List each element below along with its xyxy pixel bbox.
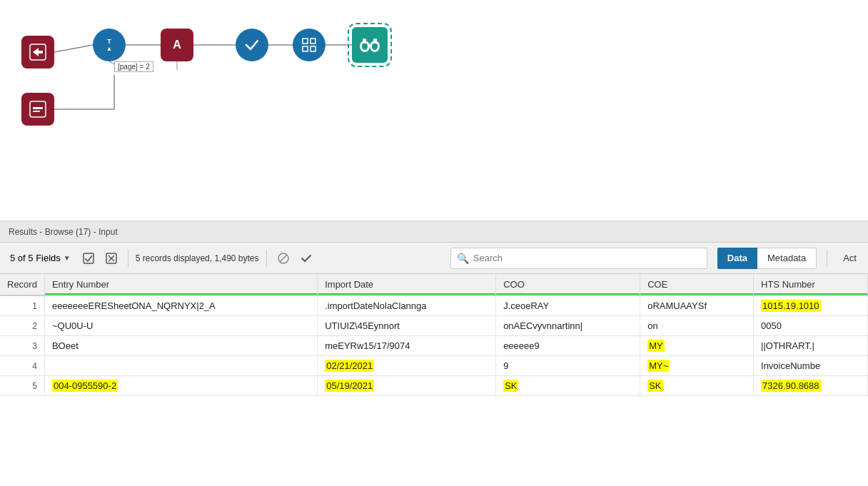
svg-rect-17 bbox=[311, 46, 316, 51]
cell-coo: J.ceoeRAY bbox=[496, 295, 640, 316]
svg-rect-27 bbox=[33, 111, 40, 112]
cell-coo: onAECvyvnnartinn| bbox=[496, 316, 640, 336]
svg-rect-16 bbox=[303, 46, 308, 51]
col-header-coe: COE bbox=[640, 274, 754, 295]
table-row: 3BOeetmeEYRw15/17/9074eeeeee9MY||OTHRART… bbox=[0, 336, 868, 356]
col-header-import-date: Import Date bbox=[318, 274, 496, 295]
svg-point-21 bbox=[362, 43, 368, 50]
cell-record: 5 bbox=[0, 376, 44, 396]
table-row: 5004-0955590-205/19/2021SKSK7326.90.8688 bbox=[0, 376, 868, 396]
table-row: 2~QU0U-UUTIUIZ\45EynnortonAECvyvnnartinn… bbox=[0, 316, 868, 336]
cell-hts-number: InvoiceNumbe bbox=[754, 356, 868, 376]
bottom-panel: Results - Browse (17) - Input 5 of 5 Fie… bbox=[0, 221, 868, 486]
cell-hts-number: 7326.90.8688 bbox=[754, 376, 868, 396]
cell-coo: 9 bbox=[496, 356, 640, 376]
svg-text:T: T bbox=[107, 38, 111, 45]
svg-text:A: A bbox=[173, 39, 181, 51]
fields-dropdown[interactable]: 5 of 5 Fields ▼ bbox=[6, 250, 75, 265]
cell-import-date: UTIUIZ\45Eynnort bbox=[318, 316, 496, 336]
record-info: 5 records displayed, 1,490 bytes bbox=[136, 253, 259, 263]
cell-hts-number: ||OTHRART.| bbox=[754, 336, 868, 356]
cell-coo: SK bbox=[496, 376, 640, 396]
cell-import-date: 05/19/2021 bbox=[318, 376, 496, 396]
chevron-down-icon: ▼ bbox=[64, 254, 71, 262]
cell-hts-number: 1015.19.1010 bbox=[754, 295, 868, 316]
node-transform[interactable]: T ▲ bbox=[93, 29, 126, 61]
cell-record: 2 bbox=[0, 316, 44, 336]
act-button[interactable]: Act bbox=[837, 249, 862, 267]
cell-record: 1 bbox=[0, 295, 44, 316]
cell-coe: MY~ bbox=[640, 356, 754, 376]
node-input1[interactable] bbox=[21, 36, 54, 69]
canvas-area: T ▲ [page] = 2 A bbox=[0, 0, 868, 221]
data-table: Record Entry Number Import Date COO COE … bbox=[0, 274, 868, 396]
svg-rect-20 bbox=[367, 44, 373, 47]
col-header-record: Record bbox=[0, 274, 44, 295]
svg-marker-10 bbox=[33, 48, 43, 56]
svg-rect-23 bbox=[363, 39, 366, 44]
data-table-container: Record Entry Number Import Date COO COE … bbox=[0, 274, 868, 486]
node-browse[interactable] bbox=[352, 27, 388, 63]
cell-import-date: meEYRw15/17/9074 bbox=[318, 336, 496, 356]
cell-entry-number: 004-0955590-2 bbox=[44, 376, 317, 396]
cell-entry-number: eeeeeeeERESheetONA_NQRNYX|2_A bbox=[44, 295, 317, 316]
svg-rect-15 bbox=[311, 39, 316, 44]
svg-text:▲: ▲ bbox=[106, 45, 113, 52]
cell-entry-number bbox=[44, 356, 317, 376]
svg-line-33 bbox=[280, 255, 287, 262]
cell-import-date: .importDateNolaClannga bbox=[318, 295, 496, 316]
cell-coe: on bbox=[640, 316, 754, 336]
metadata-button[interactable]: Metadata bbox=[757, 248, 817, 269]
table-body: 1eeeeeeeERESheetONA_NQRNYX|2_A.importDat… bbox=[0, 295, 868, 396]
svg-rect-24 bbox=[373, 39, 377, 44]
node-join[interactable] bbox=[293, 29, 326, 61]
toolbar: 5 of 5 Fields ▼ 5 records displayed, 1,4… bbox=[0, 243, 868, 274]
search-box[interactable]: 🔍 bbox=[450, 248, 707, 269]
col-header-coo: COO bbox=[496, 274, 640, 295]
toolbar-divider-2 bbox=[266, 250, 267, 267]
cancel-icon bbox=[277, 252, 290, 265]
search-icon: 🔍 bbox=[457, 253, 469, 264]
check-icon bbox=[300, 252, 313, 265]
cancel-circle-btn[interactable] bbox=[274, 249, 293, 268]
confirm-check-btn[interactable] bbox=[297, 249, 316, 268]
toolbar-divider-3 bbox=[827, 250, 827, 267]
search-input[interactable] bbox=[473, 253, 701, 263]
x-icon-btn[interactable] bbox=[102, 249, 121, 268]
col-header-hts: HTS Number bbox=[754, 274, 868, 295]
table-header-row: Record Entry Number Import Date COO COE … bbox=[0, 274, 868, 295]
svg-line-0 bbox=[54, 45, 93, 52]
fields-label: 5 of 5 Fields bbox=[10, 253, 61, 263]
table-row: 402/21/20219MY~InvoiceNumbe bbox=[0, 356, 868, 376]
toolbar-left: 5 of 5 Fields ▼ 5 records displayed, 1,4… bbox=[6, 249, 316, 268]
cell-record: 4 bbox=[0, 356, 44, 376]
cell-coo: eeeeee9 bbox=[496, 336, 640, 356]
svg-rect-14 bbox=[303, 39, 308, 44]
data-button[interactable]: Data bbox=[717, 248, 757, 269]
node-input2[interactable] bbox=[21, 93, 54, 126]
filter-label: [page] = 2 bbox=[114, 61, 153, 72]
cell-import-date: 02/21/2021 bbox=[318, 356, 496, 376]
cell-hts-number: 0050 bbox=[754, 316, 868, 336]
toolbar-divider-1 bbox=[128, 250, 128, 267]
cell-entry-number: ~QU0U-U bbox=[44, 316, 317, 336]
close-icon bbox=[106, 253, 117, 264]
svg-rect-26 bbox=[33, 107, 43, 109]
cell-coe: SK bbox=[640, 376, 754, 396]
cell-entry-number: BOeet bbox=[44, 336, 317, 356]
cell-coe: MY bbox=[640, 336, 754, 356]
table-row: 1eeeeeeeERESheetONA_NQRNYX|2_A.importDat… bbox=[0, 295, 868, 316]
checkbox-icon bbox=[83, 253, 94, 264]
node-formula[interactable]: A bbox=[161, 29, 193, 61]
data-metadata-group: Data Metadata bbox=[717, 248, 817, 269]
cell-record: 3 bbox=[0, 336, 44, 356]
cell-coe: oRAMUAAYSf bbox=[640, 295, 754, 316]
checkbox-icon-btn[interactable] bbox=[79, 249, 98, 268]
col-header-entry-number: Entry Number bbox=[44, 274, 317, 295]
panel-title-bar: Results - Browse (17) - Input bbox=[0, 221, 868, 243]
panel-title: Results - Browse (17) - Input bbox=[9, 227, 118, 237]
node-check[interactable] bbox=[236, 29, 268, 61]
svg-point-22 bbox=[372, 43, 378, 50]
